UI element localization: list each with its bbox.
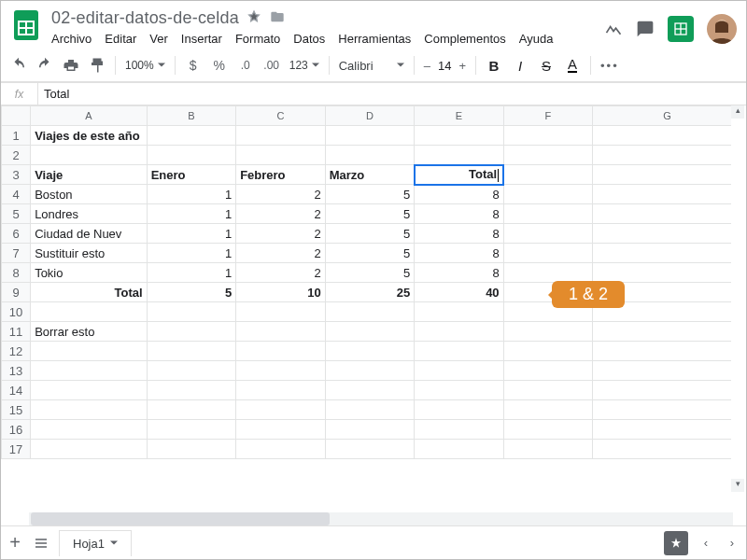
cell-E15[interactable] <box>415 400 503 420</box>
cell-C1[interactable] <box>236 126 325 146</box>
cell-B4[interactable]: 1 <box>147 185 235 204</box>
cell-G8[interactable] <box>593 263 742 283</box>
cell-D17[interactable] <box>325 440 414 459</box>
cell-G6[interactable] <box>593 224 742 244</box>
document-name[interactable]: 02-editar-datos-de-celda <box>51 8 239 28</box>
cell-E8[interactable]: 8 <box>415 263 503 283</box>
col-header-D[interactable]: D <box>325 106 414 126</box>
cell-C6[interactable]: 2 <box>236 224 325 244</box>
cell-E13[interactable] <box>415 361 503 381</box>
cell-B5[interactable]: 1 <box>147 204 235 224</box>
cell-C10[interactable] <box>236 302 325 322</box>
zoom-select[interactable]: 100% <box>125 59 165 72</box>
cell-D12[interactable] <box>325 342 414 361</box>
cell-E17[interactable] <box>415 440 503 459</box>
cell-G3[interactable] <box>593 165 742 185</box>
dec-decrease-icon[interactable]: .0 <box>237 59 254 72</box>
cell-C12[interactable] <box>236 342 325 361</box>
percent-icon[interactable]: % <box>211 58 228 73</box>
cell-B1[interactable] <box>147 126 235 146</box>
cell-E10[interactable] <box>415 302 503 322</box>
cell-G13[interactable] <box>593 361 742 381</box>
row-header-8[interactable]: 8 <box>2 263 31 283</box>
cell-A4[interactable]: Boston <box>31 185 148 204</box>
menu-formato[interactable]: Formato <box>235 32 280 46</box>
cell-F16[interactable] <box>503 420 592 440</box>
cell-A9[interactable]: Total <box>31 283 148 302</box>
row-header-16[interactable]: 16 <box>2 420 31 440</box>
cell-B8[interactable]: 1 <box>147 263 235 283</box>
col-header-C[interactable]: C <box>236 106 325 126</box>
cell-A7[interactable]: Sustituir esto <box>31 244 148 263</box>
text-color-button[interactable]: A <box>564 58 581 73</box>
cell-B15[interactable] <box>147 400 235 420</box>
cell-E5[interactable]: 8 <box>415 204 503 224</box>
menu-ver[interactable]: Ver <box>149 32 168 46</box>
row-header-3[interactable]: 3 <box>2 165 31 185</box>
cell-B2[interactable] <box>147 146 235 165</box>
cell-G9[interactable] <box>593 283 742 302</box>
cell-F7[interactable] <box>503 244 592 263</box>
cell-B3[interactable]: Enero <box>147 165 235 185</box>
cell-D15[interactable] <box>325 400 414 420</box>
activity-icon[interactable] <box>604 20 623 38</box>
strike-button[interactable]: S <box>538 58 555 74</box>
col-header-E[interactable]: E <box>415 106 503 126</box>
cell-C13[interactable] <box>236 361 325 381</box>
horizontal-scrollbar[interactable] <box>29 512 733 525</box>
cell-F3[interactable] <box>503 165 592 185</box>
cell-E2[interactable] <box>415 146 503 165</box>
menu-datos[interactable]: Datos <box>293 32 325 46</box>
cell-E9[interactable]: 40 <box>415 283 503 302</box>
cell-C5[interactable]: 2 <box>236 204 325 224</box>
cell-A13[interactable] <box>31 361 148 381</box>
cell-C17[interactable] <box>236 440 325 459</box>
cell-D4[interactable]: 5 <box>325 185 414 204</box>
menu-complementos[interactable]: Complementos <box>424 32 505 46</box>
sheet-tab[interactable]: Hoja1 <box>59 530 132 556</box>
cell-C3[interactable]: Febrero <box>236 165 325 185</box>
cell-B13[interactable] <box>147 361 235 381</box>
cell-F12[interactable] <box>503 342 592 361</box>
all-sheets-icon[interactable] <box>33 536 49 551</box>
menu-herramientas[interactable]: Herramientas <box>338 32 411 46</box>
dec-increase-icon[interactable]: .00 <box>263 59 280 72</box>
cell-F11[interactable] <box>503 322 592 342</box>
tab-scroll-right-icon[interactable]: › <box>724 536 740 550</box>
cell-G14[interactable] <box>593 381 742 400</box>
bold-button[interactable]: B <box>486 58 502 74</box>
currency-icon[interactable]: $ <box>185 58 202 73</box>
cell-F2[interactable] <box>503 146 592 165</box>
cell-F17[interactable] <box>503 440 592 459</box>
row-header-14[interactable]: 14 <box>2 381 31 400</box>
cell-D3[interactable]: Marzo <box>325 165 414 185</box>
cell-A14[interactable] <box>31 381 148 400</box>
cell-F4[interactable] <box>503 185 592 204</box>
cell-A1[interactable]: Viajes de este año <box>31 126 148 146</box>
cell-F13[interactable] <box>503 361 592 381</box>
cell-A5[interactable]: Londres <box>31 204 148 224</box>
cell-F14[interactable] <box>503 381 592 400</box>
cell-C14[interactable] <box>236 381 325 400</box>
cell-G15[interactable] <box>593 400 742 420</box>
print-icon[interactable] <box>63 57 79 74</box>
star-icon[interactable] <box>247 9 261 27</box>
cell-A10[interactable] <box>31 302 148 322</box>
row-header-17[interactable]: 17 <box>2 440 31 459</box>
number-format-select[interactable]: 123 <box>289 59 319 72</box>
cell-D11[interactable] <box>325 322 414 342</box>
cell-C7[interactable]: 2 <box>236 244 325 263</box>
cell-C11[interactable] <box>236 322 325 342</box>
undo-icon[interactable] <box>10 57 27 74</box>
menu-ayuda[interactable]: Ayuda <box>519 32 554 46</box>
cell-B6[interactable]: 1 <box>147 224 235 244</box>
explore-button[interactable] <box>664 531 688 555</box>
cell-D6[interactable]: 5 <box>325 224 414 244</box>
cell-D8[interactable]: 5 <box>325 263 414 283</box>
row-header-10[interactable]: 10 <box>2 302 31 322</box>
cell-A2[interactable] <box>31 146 148 165</box>
row-header-9[interactable]: 9 <box>2 283 31 302</box>
cell-B11[interactable] <box>147 322 235 342</box>
cell-E7[interactable]: 8 <box>415 244 503 263</box>
cell-B10[interactable] <box>147 302 235 322</box>
